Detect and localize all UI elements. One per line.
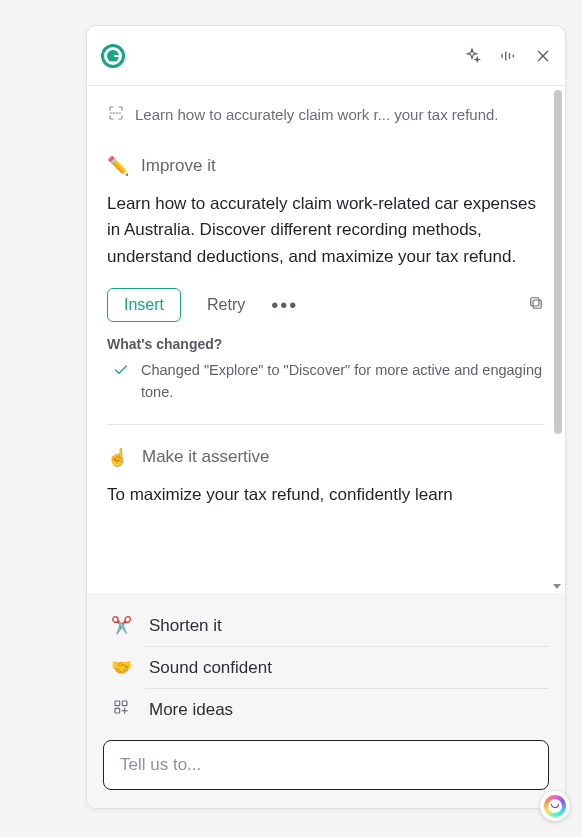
quick-action-confident[interactable]: 🤝 Sound confident	[103, 647, 549, 688]
assistant-fab[interactable]	[540, 791, 570, 821]
quick-action-more[interactable]: More ideas	[103, 689, 549, 730]
smile-icon	[551, 804, 559, 808]
panel-header	[87, 26, 565, 86]
quick-action-shorten[interactable]: ✂️ Shorten it	[103, 605, 549, 646]
audio-bars-icon[interactable]	[499, 47, 517, 65]
improve-title-row: ✏️ Improve it	[107, 155, 545, 177]
sparkle-icon[interactable]	[463, 47, 481, 65]
assertive-body: To maximize your tax refund, confidently…	[107, 482, 545, 508]
change-item: Changed "Explore" to "Discover" for more…	[107, 360, 545, 425]
pencil-icon: ✏️	[107, 155, 129, 177]
quick-action-label: More ideas	[149, 700, 233, 720]
more-options-icon[interactable]: •••	[271, 294, 298, 317]
quick-action-label: Sound confident	[149, 658, 272, 678]
suggestions-scroll: Learn how to accurately claim work r... …	[87, 86, 565, 593]
handshake-icon: 🤝	[109, 657, 133, 678]
improve-actions: Insert Retry •••	[107, 288, 545, 322]
svg-rect-11	[115, 708, 120, 713]
quick-action-label: Shorten it	[149, 616, 222, 636]
prompt-input[interactable]: Tell us to...	[103, 740, 549, 790]
quick-actions-list: ✂️ Shorten it 🤝 Sound confident M	[103, 605, 549, 730]
svg-rect-10	[122, 701, 127, 706]
close-icon[interactable]	[535, 48, 551, 64]
header-actions	[463, 47, 551, 65]
insert-button[interactable]: Insert	[107, 288, 181, 322]
original-text-row[interactable]: Learn how to accurately claim work r... …	[107, 104, 545, 125]
point-up-icon: ☝️	[107, 447, 128, 468]
grammarly-panel: Learn how to accurately claim work r... …	[86, 25, 566, 809]
svg-rect-8	[531, 298, 539, 306]
chevron-down-icon[interactable]	[553, 584, 561, 589]
improve-title: Improve it	[141, 156, 216, 176]
scrollbar-thumb[interactable]	[554, 90, 562, 434]
scan-icon	[107, 104, 125, 125]
assertive-title-row: ☝️ Make it assertive	[107, 447, 545, 468]
grid-plus-icon	[109, 699, 133, 720]
svg-rect-7	[533, 300, 541, 308]
scissors-icon: ✂️	[109, 615, 133, 636]
panel-footer: ✂️ Shorten it 🤝 Sound confident M	[87, 593, 565, 808]
copy-icon[interactable]	[527, 294, 545, 316]
retry-button[interactable]: Retry	[201, 290, 251, 320]
assertive-title: Make it assertive	[142, 447, 270, 467]
change-text: Changed "Explore" to "Discover" for more…	[141, 360, 545, 404]
improve-body: Learn how to accurately claim work-relat…	[107, 191, 545, 270]
whats-changed-heading: What's changed?	[107, 336, 545, 352]
svg-rect-9	[115, 701, 120, 706]
prompt-placeholder: Tell us to...	[120, 755, 201, 774]
grammarly-logo	[101, 44, 125, 68]
check-icon	[113, 362, 129, 404]
original-text: Learn how to accurately claim work r... …	[135, 106, 499, 123]
